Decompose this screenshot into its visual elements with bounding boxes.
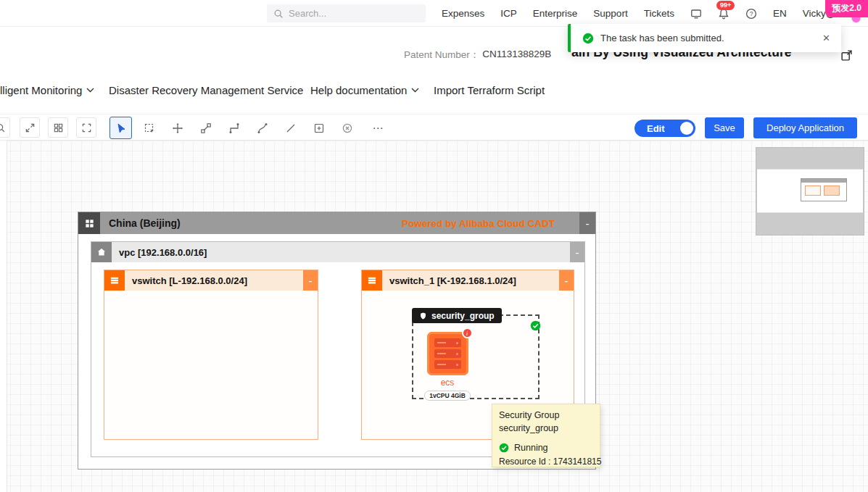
patent-value: CN113138829B xyxy=(482,49,551,62)
fit-screen-icon xyxy=(81,122,92,133)
line-tool-button[interactable] xyxy=(279,117,302,139)
chevron-down-icon xyxy=(86,88,94,93)
vswitch-title: vswitch [L-192.168.0.0/24] xyxy=(132,275,247,286)
zoom-tool-button[interactable] xyxy=(0,117,10,138)
menu-bar: lligent Monitoring Disaster Recovery Man… xyxy=(0,78,868,107)
chevron-down-icon xyxy=(411,88,419,93)
magnifier-icon xyxy=(0,122,6,133)
pan-tool-button[interactable] xyxy=(166,117,189,139)
shield-icon xyxy=(419,312,427,320)
add-node-tool-button[interactable] xyxy=(307,117,330,139)
elbow-connector-icon xyxy=(228,122,240,134)
expand-diagonal-icon xyxy=(25,122,36,133)
more-tools-button[interactable]: ⋯ xyxy=(367,117,389,139)
canvas-toolbar: ⋯ Edit Save Deploy Application xyxy=(0,114,868,141)
edit-mode-toggle[interactable]: Edit xyxy=(635,120,695,137)
vpc-icon xyxy=(91,242,112,262)
plus-box-icon xyxy=(313,122,325,134)
fit-screen-button[interactable] xyxy=(76,117,96,138)
vswitch-icon xyxy=(362,270,382,291)
svg-text:?: ? xyxy=(750,10,753,17)
global-search[interactable] xyxy=(267,4,426,22)
security-group-name: security_group xyxy=(431,311,495,321)
region-collapse-button[interactable]: - xyxy=(579,212,595,234)
running-check-icon xyxy=(499,443,509,453)
connector-tool-button[interactable] xyxy=(194,117,217,139)
vswitch-collapse-button[interactable]: - xyxy=(559,270,574,291)
menu-disaster-recovery[interactable]: Disaster Recovery Management Service xyxy=(109,84,303,96)
ecs-spec-badge: 1vCPU 4GiB xyxy=(424,391,471,401)
tooltip-title: Security Group xyxy=(499,409,593,422)
tooltip-status: Running xyxy=(514,441,548,454)
ellipsis-icon: ⋯ xyxy=(373,122,384,135)
move-icon xyxy=(172,122,183,134)
notification-count-badge: 99+ xyxy=(716,1,735,10)
nav-enterprise[interactable]: Enterprise xyxy=(525,8,586,19)
curve-connector-tool-button[interactable] xyxy=(251,117,273,139)
menu-import-terraform[interactable]: Import Terraform Script xyxy=(434,84,545,96)
design-canvas[interactable]: China (Beijing) Powered by Alibaba Cloud… xyxy=(0,141,868,492)
marquee-select-tool-button[interactable] xyxy=(138,117,160,139)
toast-notification: The task has been submitted. ✕ xyxy=(568,24,841,52)
disable-node-tool-button[interactable] xyxy=(336,117,358,139)
menu-intelligent-monitoring[interactable]: lligent Monitoring xyxy=(0,84,94,96)
cursor-icon xyxy=(115,122,127,134)
circle-cross-icon xyxy=(342,122,353,134)
tooltip-resource-name: security_group xyxy=(499,422,593,435)
minimap-diagram-preview xyxy=(801,178,847,201)
grid-view-button[interactable] xyxy=(48,117,68,138)
save-button[interactable]: Save xyxy=(705,117,744,138)
vswitch-collapse-button[interactable]: - xyxy=(303,270,318,291)
region-icon xyxy=(78,212,100,234)
vpc-collapse-button[interactable]: - xyxy=(570,242,584,262)
console-icon[interactable] xyxy=(682,8,710,20)
search-icon xyxy=(273,9,284,19)
environment-badge: 预发2.0 xyxy=(825,0,868,17)
vswitch-header[interactable]: vswitch [L-192.168.0.0/24] - xyxy=(104,270,318,291)
minimap[interactable] xyxy=(756,147,864,235)
deploy-application-button[interactable]: Deploy Application xyxy=(753,117,857,138)
vswitch-title: vswitch_1 [K-192.168.1.0/24] xyxy=(389,275,516,286)
open-external-icon[interactable] xyxy=(839,48,853,62)
powered-by-label: Powered by Alibaba Cloud CADT xyxy=(402,218,555,229)
connector-icon xyxy=(200,122,212,134)
menu-help-documentation[interactable]: Help documentation xyxy=(310,84,419,96)
pointer-tool-button[interactable] xyxy=(109,117,132,139)
patent-label: Patent Number： xyxy=(404,49,479,62)
ecs-node[interactable]: i ecs 1vCPU 4GiB xyxy=(423,332,471,401)
help-icon[interactable]: ? xyxy=(737,8,765,20)
marquee-icon xyxy=(144,122,155,134)
top-bar: Expenses ICP Enterprise Support Tickets … xyxy=(0,0,868,27)
vswitch-header[interactable]: vswitch_1 [K-192.168.1.0/24] - xyxy=(362,270,574,291)
ecs-server-icon[interactable]: i xyxy=(427,332,468,375)
expand-view-button[interactable] xyxy=(20,117,40,138)
elbow-connector-tool-button[interactable] xyxy=(223,117,245,139)
nav-support[interactable]: Support xyxy=(585,8,635,19)
notifications-bell-icon[interactable]: 99+ xyxy=(710,8,737,20)
success-check-icon xyxy=(582,33,594,44)
nav-icp[interactable]: ICP xyxy=(492,8,525,19)
security-group-node[interactable]: security_group i xyxy=(412,314,540,399)
language-switcher[interactable]: EN xyxy=(765,8,795,19)
toast-message: The task has been submitted. xyxy=(600,33,724,43)
tooltip-resource-id: Resource Id : 1743141815 xyxy=(499,456,593,467)
vswitch-icon xyxy=(104,270,125,291)
security-group-label[interactable]: security_group xyxy=(412,308,502,323)
patent-number: Patent Number： CN113138829B xyxy=(404,49,551,62)
toast-close-icon[interactable]: ✕ xyxy=(822,33,830,43)
vpc-header[interactable]: vpc [192.168.0.0/16] - xyxy=(91,242,584,262)
cadt-console-screen: Expenses ICP Enterprise Support Tickets … xyxy=(0,0,868,492)
region-title: China (Beijing) xyxy=(109,217,181,229)
region-header[interactable]: China (Beijing) Powered by Alibaba Cloud… xyxy=(78,212,595,234)
minimap-page xyxy=(757,169,863,213)
running-status-check-icon xyxy=(530,320,541,331)
curve-connector-icon xyxy=(257,122,268,134)
menu-label: Disaster Recovery Management Service xyxy=(109,84,303,96)
nav-expenses[interactable]: Expenses xyxy=(434,8,492,19)
top-nav: Expenses ICP Enterprise Support Tickets … xyxy=(434,0,868,27)
grid-icon xyxy=(53,122,64,133)
vswitch-node[interactable]: vswitch [L-192.168.0.0/24] - xyxy=(104,270,318,440)
nav-tickets[interactable]: Tickets xyxy=(636,8,682,19)
search-input[interactable] xyxy=(289,8,419,19)
info-badge-icon[interactable]: i xyxy=(462,328,473,338)
